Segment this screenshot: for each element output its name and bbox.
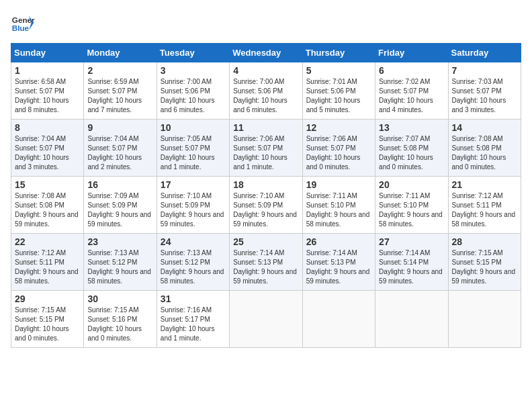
- day-info: Sunrise: 7:13 AMSunset: 5:12 PMDaylight:…: [87, 248, 152, 286]
- day-number: 9: [87, 122, 152, 133]
- calendar-day-cell: 5Sunrise: 7:01 AMSunset: 5:06 PMDaylight…: [302, 62, 375, 120]
- calendar-day-cell: 29Sunrise: 7:15 AMSunset: 5:15 PMDayligh…: [11, 291, 84, 348]
- day-number: 19: [306, 179, 371, 190]
- calendar-week-row: 8Sunrise: 7:04 AMSunset: 5:07 PMDaylight…: [11, 120, 521, 177]
- calendar-day-cell: 6Sunrise: 7:02 AMSunset: 5:07 PMDaylight…: [375, 62, 448, 120]
- day-number: 27: [379, 236, 444, 247]
- calendar-day-cell: 18Sunrise: 7:10 AMSunset: 5:09 PMDayligh…: [230, 177, 302, 234]
- calendar-day-cell: 30Sunrise: 7:15 AMSunset: 5:16 PMDayligh…: [84, 291, 157, 348]
- calendar-day-cell: [230, 291, 302, 348]
- day-number: 2: [87, 65, 152, 76]
- day-info: Sunrise: 7:15 AMSunset: 5:16 PMDaylight:…: [87, 306, 152, 343]
- day-info: Sunrise: 7:04 AMSunset: 5:07 PMDaylight:…: [15, 134, 80, 172]
- calendar-day-cell: 23Sunrise: 7:13 AMSunset: 5:12 PMDayligh…: [84, 234, 157, 291]
- calendar-day-cell: 4Sunrise: 7:00 AMSunset: 5:06 PMDaylight…: [230, 62, 302, 120]
- day-number: 17: [161, 179, 226, 190]
- calendar-day-cell: 26Sunrise: 7:14 AMSunset: 5:13 PMDayligh…: [302, 234, 375, 291]
- day-info: Sunrise: 7:05 AMSunset: 5:07 PMDaylight:…: [161, 134, 226, 172]
- day-number: 25: [233, 236, 298, 247]
- day-number: 18: [233, 179, 298, 190]
- day-number: 10: [161, 122, 226, 133]
- calendar-day-cell: 10Sunrise: 7:05 AMSunset: 5:07 PMDayligh…: [157, 120, 229, 177]
- weekday-header: Thursday: [302, 44, 375, 62]
- day-number: 4: [233, 65, 298, 76]
- calendar-day-cell: 27Sunrise: 7:14 AMSunset: 5:14 PMDayligh…: [375, 234, 448, 291]
- day-info: Sunrise: 7:08 AMSunset: 5:08 PMDaylight:…: [15, 191, 80, 229]
- day-number: 13: [379, 122, 444, 133]
- day-number: 23: [87, 236, 152, 247]
- calendar-week-row: 22Sunrise: 7:12 AMSunset: 5:11 PMDayligh…: [11, 234, 521, 291]
- day-info: Sunrise: 7:15 AMSunset: 5:15 PMDaylight:…: [15, 306, 80, 343]
- day-info: Sunrise: 7:10 AMSunset: 5:09 PMDaylight:…: [161, 191, 226, 229]
- calendar-day-cell: 14Sunrise: 7:08 AMSunset: 5:08 PMDayligh…: [448, 120, 521, 177]
- calendar-day-cell: 13Sunrise: 7:07 AMSunset: 5:08 PMDayligh…: [375, 120, 448, 177]
- day-info: Sunrise: 7:01 AMSunset: 5:06 PMDaylight:…: [306, 77, 371, 115]
- calendar-day-cell: 8Sunrise: 7:04 AMSunset: 5:07 PMDaylight…: [11, 120, 84, 177]
- calendar-day-cell: 25Sunrise: 7:14 AMSunset: 5:13 PMDayligh…: [230, 234, 302, 291]
- calendar-day-cell: 19Sunrise: 7:11 AMSunset: 5:10 PMDayligh…: [302, 177, 375, 234]
- day-number: 20: [379, 179, 444, 190]
- calendar-day-cell: [448, 291, 521, 348]
- day-info: Sunrise: 7:10 AMSunset: 5:09 PMDaylight:…: [233, 191, 298, 229]
- calendar-day-cell: 7Sunrise: 7:03 AMSunset: 5:07 PMDaylight…: [448, 62, 521, 120]
- logo: General Blue: [11, 11, 35, 35]
- calendar-day-cell: [302, 291, 375, 348]
- calendar-header: SundayMondayTuesdayWednesdayThursdayFrid…: [11, 44, 521, 62]
- day-info: Sunrise: 7:08 AMSunset: 5:08 PMDaylight:…: [452, 134, 517, 172]
- day-info: Sunrise: 7:06 AMSunset: 5:07 PMDaylight:…: [306, 134, 371, 172]
- weekday-header: Sunday: [11, 44, 84, 62]
- day-number: 21: [452, 179, 517, 190]
- day-info: Sunrise: 7:00 AMSunset: 5:06 PMDaylight:…: [161, 77, 226, 115]
- day-number: 29: [15, 293, 80, 304]
- calendar-day-cell: 16Sunrise: 7:09 AMSunset: 5:09 PMDayligh…: [84, 177, 157, 234]
- day-info: Sunrise: 6:59 AMSunset: 5:07 PMDaylight:…: [87, 77, 152, 115]
- calendar-week-row: 1Sunrise: 6:58 AMSunset: 5:07 PMDaylight…: [11, 62, 521, 120]
- day-number: 22: [15, 236, 80, 247]
- calendar-day-cell: 24Sunrise: 7:13 AMSunset: 5:12 PMDayligh…: [157, 234, 229, 291]
- day-number: 12: [306, 122, 371, 133]
- day-info: Sunrise: 7:12 AMSunset: 5:11 PMDaylight:…: [452, 191, 517, 229]
- day-info: Sunrise: 7:15 AMSunset: 5:15 PMDaylight:…: [452, 248, 517, 286]
- weekday-header: Wednesday: [230, 44, 302, 62]
- day-info: Sunrise: 7:03 AMSunset: 5:07 PMDaylight:…: [452, 77, 517, 115]
- day-number: 15: [15, 179, 80, 190]
- calendar-body: 1Sunrise: 6:58 AMSunset: 5:07 PMDaylight…: [11, 62, 521, 348]
- day-number: 6: [379, 65, 444, 76]
- logo-icon: General Blue: [11, 11, 35, 35]
- calendar-week-row: 29Sunrise: 7:15 AMSunset: 5:15 PMDayligh…: [11, 291, 521, 348]
- day-info: Sunrise: 7:00 AMSunset: 5:06 PMDaylight:…: [233, 77, 298, 115]
- calendar-day-cell: 31Sunrise: 7:16 AMSunset: 5:17 PMDayligh…: [157, 291, 229, 348]
- day-info: Sunrise: 7:12 AMSunset: 5:11 PMDaylight:…: [15, 248, 80, 286]
- day-number: 8: [15, 122, 80, 133]
- svg-text:Blue: Blue: [12, 24, 30, 32]
- calendar-day-cell: 20Sunrise: 7:11 AMSunset: 5:10 PMDayligh…: [375, 177, 448, 234]
- day-number: 11: [233, 122, 298, 133]
- calendar-day-cell: 21Sunrise: 7:12 AMSunset: 5:11 PMDayligh…: [448, 177, 521, 234]
- day-number: 26: [306, 236, 371, 247]
- calendar-day-cell: 28Sunrise: 7:15 AMSunset: 5:15 PMDayligh…: [448, 234, 521, 291]
- calendar-day-cell: 17Sunrise: 7:10 AMSunset: 5:09 PMDayligh…: [157, 177, 229, 234]
- weekday-header: Tuesday: [157, 44, 229, 62]
- calendar-day-cell: 9Sunrise: 7:04 AMSunset: 5:07 PMDaylight…: [84, 120, 157, 177]
- day-number: 31: [161, 293, 226, 304]
- day-info: Sunrise: 7:02 AMSunset: 5:07 PMDaylight:…: [379, 77, 444, 115]
- day-info: Sunrise: 7:13 AMSunset: 5:12 PMDaylight:…: [161, 248, 226, 286]
- day-number: 1: [15, 65, 80, 76]
- day-info: Sunrise: 7:04 AMSunset: 5:07 PMDaylight:…: [87, 134, 152, 172]
- day-info: Sunrise: 6:58 AMSunset: 5:07 PMDaylight:…: [15, 77, 80, 115]
- day-info: Sunrise: 7:11 AMSunset: 5:10 PMDaylight:…: [379, 191, 444, 229]
- weekday-header: Friday: [375, 44, 448, 62]
- calendar-day-cell: 12Sunrise: 7:06 AMSunset: 5:07 PMDayligh…: [302, 120, 375, 177]
- day-info: Sunrise: 7:06 AMSunset: 5:07 PMDaylight:…: [233, 134, 298, 172]
- day-info: Sunrise: 7:14 AMSunset: 5:13 PMDaylight:…: [306, 248, 371, 286]
- page-header: General Blue: [11, 11, 521, 35]
- day-info: Sunrise: 7:09 AMSunset: 5:09 PMDaylight:…: [87, 191, 152, 229]
- day-info: Sunrise: 7:07 AMSunset: 5:08 PMDaylight:…: [379, 134, 444, 172]
- day-info: Sunrise: 7:14 AMSunset: 5:14 PMDaylight:…: [379, 248, 444, 286]
- calendar-day-cell: 1Sunrise: 6:58 AMSunset: 5:07 PMDaylight…: [11, 62, 84, 120]
- day-number: 7: [452, 65, 517, 76]
- calendar-day-cell: 22Sunrise: 7:12 AMSunset: 5:11 PMDayligh…: [11, 234, 84, 291]
- day-number: 28: [452, 236, 517, 247]
- calendar-day-cell: [375, 291, 448, 348]
- weekday-header: Saturday: [448, 44, 521, 62]
